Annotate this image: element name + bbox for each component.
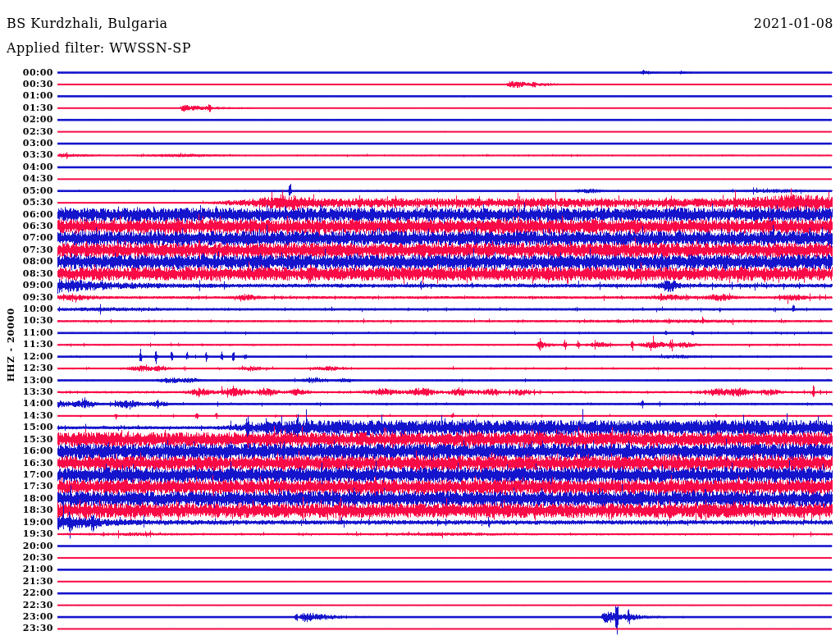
time-label: 02:30: [0, 127, 53, 137]
time-label: 07:00: [0, 233, 53, 243]
time-label: 20:30: [0, 553, 53, 563]
time-label: 05:00: [0, 186, 53, 196]
time-label: 00:30: [0, 80, 53, 89]
time-label: 14:30: [0, 411, 53, 421]
time-label: 21:00: [0, 565, 53, 574]
time-label: 00:00: [0, 68, 53, 78]
time-label: 23:00: [0, 612, 53, 622]
time-label: 06:30: [0, 222, 53, 231]
time-label: 09:30: [0, 293, 53, 303]
time-label: 14:00: [0, 399, 53, 409]
time-label: 17:30: [0, 482, 53, 491]
helicorder-page: BS Kurdzhali, Bulgaria Applied filter: W…: [0, 0, 840, 640]
time-label: 12:00: [0, 352, 53, 362]
date-label: 2021-01-08: [754, 16, 833, 31]
time-label: 19:00: [0, 518, 53, 528]
filter-label: Applied filter: WWSSN-SP: [7, 40, 191, 56]
time-label: 02:00: [0, 115, 53, 125]
time-label: 17:00: [0, 470, 53, 480]
time-label: 15:30: [0, 435, 53, 445]
time-label: 08:30: [0, 269, 53, 279]
time-label: 13:00: [0, 376, 53, 386]
time-label: 16:30: [0, 459, 53, 469]
time-label: 01:30: [0, 103, 53, 113]
time-label: 10:00: [0, 304, 53, 314]
station-title: BS Kurdzhali, Bulgaria: [7, 16, 168, 31]
time-label: 11:00: [0, 328, 53, 338]
time-label: 11:30: [0, 340, 53, 350]
time-label: 04:00: [0, 162, 53, 172]
time-label: 06:00: [0, 210, 53, 220]
time-label: 19:30: [0, 529, 53, 539]
time-label: 12:30: [0, 363, 53, 373]
time-label: 15:00: [0, 423, 53, 432]
time-label: 21:30: [0, 577, 53, 587]
time-label: 05:30: [0, 198, 53, 208]
time-label: 16:00: [0, 446, 53, 456]
time-label: 03:30: [0, 150, 53, 160]
time-label: 07:30: [0, 245, 53, 255]
helicorder-canvas: [0, 0, 840, 640]
time-label: 22:30: [0, 601, 53, 610]
time-label: 13:30: [0, 387, 53, 397]
time-label: 18:00: [0, 494, 53, 504]
time-label: 03:00: [0, 139, 53, 149]
time-label: 18:30: [0, 505, 53, 515]
time-label: 01:00: [0, 91, 53, 101]
time-label: 09:00: [0, 281, 53, 290]
time-label: 23:30: [0, 624, 53, 633]
time-label: 04:30: [0, 174, 53, 184]
time-label: 08:00: [0, 257, 53, 267]
time-label: 10:30: [0, 316, 53, 326]
time-label: 20:00: [0, 542, 53, 551]
time-label: 22:00: [0, 588, 53, 598]
